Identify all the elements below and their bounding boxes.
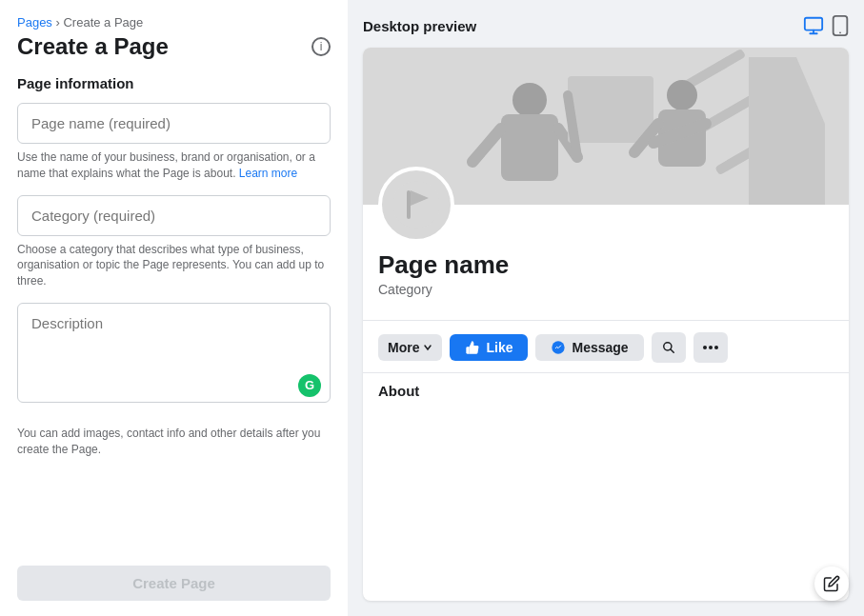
breadcrumb-parent-link[interactable]: Pages (17, 15, 52, 30)
profile-section: Page name Category (363, 167, 849, 308)
svg-rect-19 (407, 190, 411, 219)
page-name-input[interactable] (17, 103, 331, 144)
about-section: About (363, 372, 849, 409)
right-panel: Desktop preview (348, 0, 864, 616)
message-button[interactable]: Message (535, 334, 643, 361)
profile-picture (378, 167, 454, 243)
grammarly-icon: G (298, 374, 321, 397)
svg-point-14 (667, 80, 697, 110)
description-wrapper: G (17, 303, 331, 407)
preview-header: Desktop preview (363, 15, 849, 36)
left-panel: Pages › Create a Page Create a Page i Pa… (0, 0, 348, 616)
info-icon[interactable]: i (311, 37, 331, 56)
svg-point-26 (714, 346, 718, 349)
more-button[interactable]: More (378, 334, 442, 361)
svg-rect-12 (568, 76, 653, 143)
page-title-row: Create a Page i (17, 33, 331, 60)
messenger-icon (551, 340, 566, 355)
svg-point-24 (703, 346, 707, 349)
svg-rect-0 (805, 18, 822, 30)
page-name-preview: Page name (378, 250, 834, 280)
description-input[interactable] (17, 303, 331, 403)
svg-line-23 (670, 349, 673, 353)
profile-pic-icon (392, 181, 440, 229)
breadcrumb-current: Create a Page (63, 15, 143, 30)
profile-divider (363, 320, 849, 321)
learn-more-link[interactable]: Learn more (239, 167, 297, 180)
svg-point-25 (709, 346, 713, 349)
desktop-preview-button[interactable] (803, 15, 824, 36)
svg-rect-18 (392, 181, 440, 229)
search-button[interactable] (652, 332, 686, 363)
mobile-icon (832, 15, 849, 36)
action-bar: More Like Message (363, 332, 849, 372)
category-preview: Category (378, 282, 834, 297)
chevron-down-icon (423, 343, 432, 352)
section-title: Page information (17, 75, 331, 91)
mobile-preview-button[interactable] (832, 15, 849, 36)
breadcrumb: Pages › Create a Page (17, 15, 331, 30)
desktop-icon (803, 15, 824, 36)
svg-point-8 (512, 83, 547, 117)
svg-point-2 (839, 31, 841, 33)
create-page-button[interactable]: Create Page (17, 566, 331, 601)
thumbs-up-icon (465, 340, 480, 355)
about-label: About (378, 383, 419, 399)
preview-card: Page name Category More Like (363, 48, 849, 601)
category-hint: Choose a category that describes what ty… (17, 242, 331, 289)
category-input[interactable] (17, 195, 331, 236)
more-dots-button[interactable] (693, 332, 728, 363)
page-title: Create a Page (17, 33, 169, 60)
ellipsis-icon (703, 346, 718, 349)
page-name-hint: Use the name of your business, brand or … (17, 149, 331, 182)
preview-icons (803, 15, 849, 36)
add-info-hint: You can add images, contact info and oth… (17, 426, 331, 458)
pencil-icon (823, 575, 840, 592)
like-button[interactable]: Like (450, 334, 528, 361)
search-icon (662, 341, 675, 354)
preview-title: Desktop preview (363, 18, 476, 34)
edit-float-button[interactable] (814, 566, 849, 601)
